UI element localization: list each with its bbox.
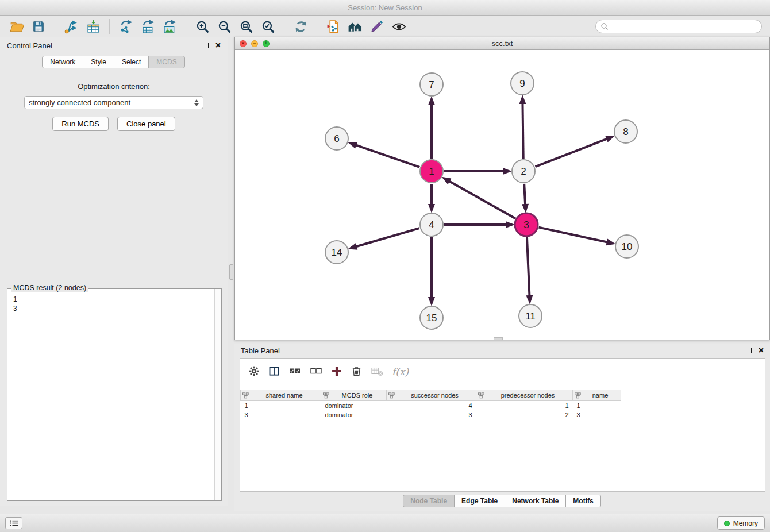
graph-edge-2-3[interactable]: [524, 184, 525, 205]
table-cell[interactable]: 2: [476, 410, 573, 419]
graph-edge-2-9[interactable]: [522, 103, 523, 159]
svg-text:11: 11: [525, 311, 536, 322]
close-table-panel-icon[interactable]: ×: [759, 346, 764, 355]
memory-button[interactable]: Memory: [717, 516, 765, 530]
tab-style[interactable]: Style: [83, 56, 114, 68]
graph-node-14[interactable]: 14: [325, 241, 348, 264]
zoom-in-icon[interactable]: [193, 18, 211, 35]
float-table-panel-icon[interactable]: [746, 348, 752, 353]
export-network-icon[interactable]: [117, 18, 135, 35]
table-cell[interactable]: 3: [387, 410, 476, 419]
table-settings-icon[interactable]: [248, 365, 260, 379]
graph-node-6[interactable]: 6: [325, 127, 348, 150]
eye-icon[interactable]: [390, 18, 408, 35]
column-header-predecessor-nodes[interactable]: predecessor nodes: [476, 390, 573, 401]
export-image-icon[interactable]: [160, 18, 179, 35]
home-icon[interactable]: [346, 18, 364, 35]
status-bar: Memory: [0, 514, 770, 532]
graph-node-2[interactable]: 2: [512, 160, 535, 183]
trash-icon: [351, 365, 362, 377]
document-network-icon[interactable]: [324, 18, 342, 35]
search-field[interactable]: [595, 20, 762, 33]
table-cell[interactable]: 3: [241, 410, 321, 419]
close-panel-button[interactable]: Close panel: [117, 117, 175, 131]
delete-table-icon[interactable]: [371, 365, 383, 378]
tab-motifs[interactable]: Motifs: [565, 495, 600, 507]
column-header-name[interactable]: name: [573, 390, 621, 401]
network-window-titlebar[interactable]: scc.txt × − +: [235, 37, 769, 50]
result-scrollbar[interactable]: [214, 289, 221, 500]
graph-edge-2-8[interactable]: [536, 139, 607, 167]
window-minimize-icon[interactable]: −: [251, 40, 258, 47]
zoom-fit-icon[interactable]: [237, 18, 255, 35]
tab-edge-table[interactable]: Edge Table: [454, 495, 505, 507]
graph-edge-3-10[interactable]: [538, 228, 607, 242]
tab-node-table[interactable]: Node Table: [403, 495, 455, 507]
import-network-icon[interactable]: [62, 18, 80, 35]
close-panel-icon[interactable]: ×: [215, 41, 221, 50]
table-cell[interactable]: 4: [387, 401, 476, 410]
search-input[interactable]: [611, 22, 757, 30]
add-row-icon[interactable]: [331, 365, 342, 379]
graph-node-8[interactable]: 8: [614, 120, 637, 143]
graph-node-10[interactable]: 10: [615, 235, 638, 258]
graph-node-9[interactable]: 9: [511, 72, 534, 95]
column-header-mcds-role[interactable]: MCDS role: [321, 390, 387, 401]
table-cell[interactable]: dominator: [321, 410, 387, 419]
svg-text:4: 4: [429, 219, 434, 230]
import-table-icon[interactable]: [84, 18, 102, 35]
window-zoom-icon[interactable]: +: [263, 40, 270, 47]
show-columns-icon[interactable]: [268, 365, 280, 379]
zoom-out-icon[interactable]: [215, 18, 233, 35]
tab-network-table[interactable]: Network Table: [505, 495, 566, 507]
control-panel-title: Control Panel: [7, 41, 52, 50]
tab-mcds[interactable]: MCDS: [148, 56, 184, 68]
graph-edge-3-1[interactable]: [449, 181, 515, 218]
open-session-icon[interactable]: [7, 18, 26, 35]
mcds-result-group: MCDS result (2 nodes) 1 3: [7, 288, 222, 501]
graph-node-7[interactable]: 7: [420, 73, 443, 96]
window-close-icon[interactable]: ×: [240, 40, 247, 47]
table-row[interactable]: 3dominator323: [241, 410, 621, 419]
tab-select[interactable]: Select: [114, 56, 149, 68]
run-mcds-button[interactable]: Run MCDS: [52, 117, 109, 131]
table-cell[interactable]: 1: [476, 401, 573, 410]
graph-node-3[interactable]: 3: [515, 213, 538, 236]
graph-edge-1-6[interactable]: [356, 145, 419, 167]
table-row[interactable]: 1dominator411: [241, 401, 621, 410]
zoom-selected-icon[interactable]: [259, 18, 277, 35]
table-cell[interactable]: 1: [241, 401, 321, 410]
paintbrush-icon[interactable]: [368, 18, 386, 35]
select-all-icon[interactable]: [288, 366, 301, 378]
table-cell[interactable]: dominator: [321, 401, 387, 410]
panel-splitter-grip[interactable]: [229, 264, 233, 280]
function-builder-icon[interactable]: f(x): [392, 366, 409, 377]
graph-edge-3-11[interactable]: [527, 237, 529, 296]
save-session-icon[interactable]: [29, 18, 48, 35]
eye-glyph: [392, 20, 406, 34]
table-cell[interactable]: 3: [573, 410, 621, 419]
float-panel-icon[interactable]: [203, 43, 209, 48]
table-cell[interactable]: 1: [573, 401, 621, 410]
network-canvas[interactable]: 7968124314101511: [235, 50, 769, 340]
unselect-all-icon[interactable]: [310, 366, 322, 378]
graph-node-1[interactable]: 1: [420, 160, 443, 183]
delete-row-icon[interactable]: [351, 365, 362, 379]
canvas-scroll-grip[interactable]: [494, 337, 503, 340]
status-menu-button[interactable]: [5, 517, 22, 529]
column-header-successor-nodes[interactable]: successor nodes: [387, 390, 476, 401]
network-graph[interactable]: 7968124314101511: [235, 50, 769, 340]
export-table-icon[interactable]: [138, 18, 157, 35]
criterion-dropdown[interactable]: strongly connected component: [24, 96, 203, 109]
refresh-icon[interactable]: [291, 18, 310, 35]
table-panel-title: Table Panel: [241, 346, 280, 355]
svg-text:9: 9: [519, 78, 525, 89]
graph-node-11[interactable]: 11: [519, 304, 542, 327]
graph-node-4[interactable]: 4: [420, 213, 443, 236]
tab-network[interactable]: Network: [42, 56, 83, 68]
graph-edge-4-14[interactable]: [356, 228, 419, 246]
graph-node-15[interactable]: 15: [420, 306, 443, 329]
column-header-shared-name[interactable]: shared name: [241, 390, 321, 401]
svg-text:10: 10: [622, 241, 633, 252]
column-type-icon: [478, 392, 484, 399]
